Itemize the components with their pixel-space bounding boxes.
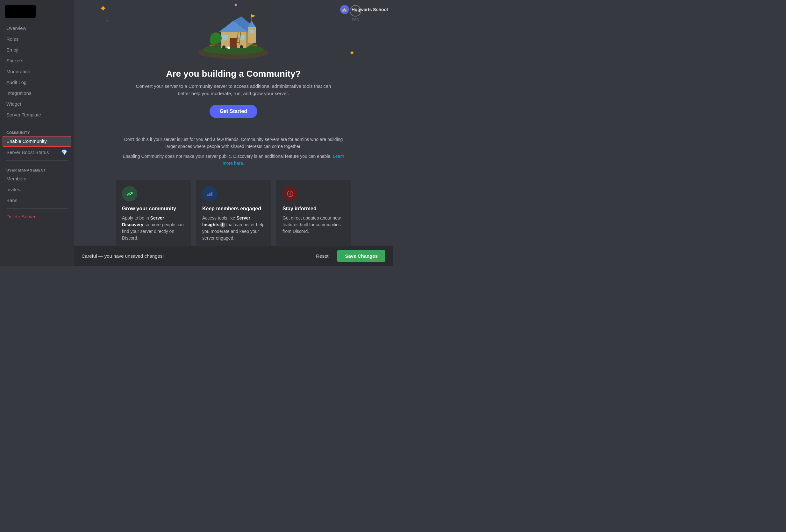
- sidebar-item-audit-log[interactable]: Audit Log: [3, 77, 71, 88]
- sidebar-item-delete-server[interactable]: Delete Server: [3, 211, 71, 222]
- sidebar-item-emoji[interactable]: Emoji: [3, 45, 71, 55]
- sidebar-item-roles[interactable]: Roles: [3, 34, 71, 45]
- deco-dots-left: ⁘: [106, 19, 109, 24]
- deco-star-yellow-right: ✦: [349, 49, 355, 57]
- sidebar-item-stickers[interactable]: Stickers: [3, 55, 71, 66]
- save-changes-button[interactable]: Save Changes: [337, 250, 385, 262]
- sidebar-divider-2: [6, 160, 68, 161]
- hero-area: ✦ ✦ ✦ ⁘ ⁘: [87, 0, 380, 64]
- svg-rect-26: [207, 194, 209, 196]
- reset-button[interactable]: Reset: [312, 251, 332, 261]
- svg-rect-12: [250, 30, 254, 33]
- sidebar-item-bans[interactable]: Bans: [3, 195, 71, 206]
- info-text-area: Don't do this if your server is just for…: [122, 136, 345, 170]
- svg-rect-10: [248, 27, 256, 43]
- sidebar-item-invites[interactable]: Invites: [3, 184, 71, 195]
- sidebar: Overview Roles Emoji Stickers Moderation…: [0, 0, 74, 266]
- grow-card-text: Apply to be in Server Discovery so more …: [122, 215, 184, 242]
- grow-text-prefix: Apply to be in: [122, 215, 150, 220]
- content-area: ✦ ✦ ✦ ⁘ ⁘: [74, 0, 393, 266]
- sidebar-user-management-section: USER MANAGEMENT: [3, 163, 71, 173]
- bottom-bar: Careful — you have unsaved changes! Rese…: [74, 246, 393, 266]
- svg-rect-28: [211, 192, 212, 196]
- feature-card-grow: Grow your community Apply to be in Serve…: [116, 180, 191, 248]
- informed-card-text: Get direct updates about new features bu…: [282, 215, 345, 235]
- sidebar-divider-1: [6, 123, 68, 123]
- hero-illustration: [192, 3, 275, 61]
- engage-card-text: Access tools like Server Insightsi that …: [202, 215, 265, 242]
- main-content: ✕ ESC 🏫 Hogwarts School ✦ ✦ ✦ ⁘ ⁘: [74, 0, 393, 266]
- engage-icon: [202, 186, 217, 201]
- main-heading: Are you building a Community?: [135, 69, 332, 79]
- sidebar-item-overview[interactable]: Overview: [3, 23, 71, 34]
- main-subtext: Convert your server to a Community serve…: [135, 83, 332, 97]
- svg-rect-8: [222, 35, 228, 40]
- engage-card-title: Keep members engaged: [202, 206, 265, 212]
- info-line2-prefix: Enabling Community does not make your se…: [123, 154, 331, 159]
- server-logo: [5, 5, 36, 18]
- svg-rect-27: [209, 193, 210, 196]
- sidebar-item-integrations[interactable]: Integrations: [3, 88, 71, 99]
- deco-star-pink-top: ✦: [233, 2, 238, 8]
- informed-card-title: Stay informed: [282, 206, 345, 212]
- deco-star-yellow-left: ✦: [99, 3, 107, 14]
- engage-text-prefix: Access tools like: [202, 215, 236, 220]
- feature-card-engage: Keep members engaged Access tools like S…: [196, 180, 271, 248]
- info-paragraph-1: Don't do this if your server is just for…: [122, 136, 345, 150]
- boost-icon: 💎: [61, 149, 68, 155]
- svg-point-16: [210, 37, 217, 45]
- svg-point-31: [290, 192, 291, 193]
- sidebar-divider-3: [6, 209, 68, 209]
- svg-point-20: [240, 45, 243, 48]
- sidebar-item-members[interactable]: Members: [3, 173, 71, 184]
- engage-info-icon: i: [220, 222, 225, 227]
- sidebar-item-server-boost[interactable]: Server Boost Status 💎: [3, 147, 71, 158]
- unsaved-warning: Careful — you have unsaved changes!: [82, 253, 164, 259]
- sidebar-community-section: COMMUNITY: [3, 126, 71, 136]
- feature-card-informed: Stay informed Get direct updates about n…: [276, 180, 351, 248]
- svg-rect-17: [215, 44, 217, 48]
- server-boost-label: Server Boost Status: [6, 149, 49, 155]
- info-paragraph-2: Enabling Community does not make your se…: [122, 153, 345, 167]
- sidebar-item-widget[interactable]: Widget: [3, 99, 71, 110]
- grow-icon: [122, 186, 137, 201]
- svg-point-18: [222, 46, 226, 49]
- bottom-bar-actions: Reset Save Changes: [312, 250, 385, 262]
- svg-marker-14: [251, 14, 256, 18]
- grow-card-title: Grow your community: [122, 206, 184, 212]
- informed-icon: [282, 186, 298, 201]
- sidebar-item-enable-community[interactable]: Enable Community: [3, 136, 71, 147]
- svg-point-19: [227, 46, 230, 49]
- heading-area: Are you building a Community? Convert yo…: [135, 69, 332, 97]
- sidebar-item-moderation[interactable]: Moderation: [3, 66, 71, 77]
- svg-rect-7: [230, 38, 237, 48]
- feature-cards: Grow your community Apply to be in Serve…: [116, 180, 351, 248]
- get-started-button[interactable]: Get Started: [210, 105, 257, 118]
- sidebar-item-server-template[interactable]: Server Template: [3, 110, 71, 120]
- deco-dots-right: ⁘: [362, 6, 364, 10]
